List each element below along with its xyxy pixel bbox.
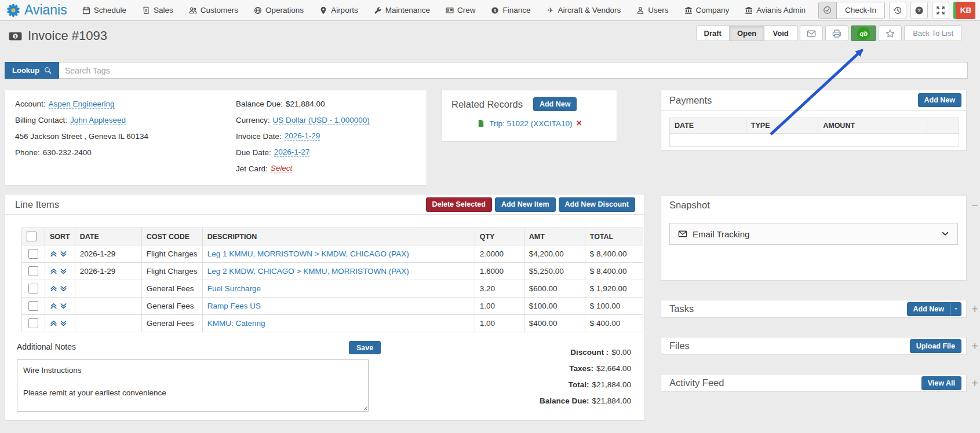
nav-item-schedule[interactable]: Schedule xyxy=(82,6,126,14)
row-checkbox[interactable] xyxy=(28,284,38,293)
line-item-description-link[interactable]: Fuel Surcharge xyxy=(207,284,261,293)
nav-item-finance[interactable]: $Finance xyxy=(491,6,530,14)
avatar-initials: KB xyxy=(956,2,975,19)
payments-add-new-button[interactable]: Add New xyxy=(918,93,961,107)
add-new-item-button[interactable]: Add New Item xyxy=(495,197,556,212)
tasks-panel: Tasks Add New xyxy=(661,300,967,318)
sort-up-icon[interactable] xyxy=(50,320,57,327)
totals-value: $2,664.00 xyxy=(596,364,631,373)
row-checkbox[interactable] xyxy=(28,318,38,328)
nav-item-company[interactable]: Company xyxy=(684,6,730,14)
related-records-title: Related Records xyxy=(451,99,523,110)
additional-notes-input[interactable]: Wire Instructions Please remit at your e… xyxy=(17,359,369,412)
nav-item-users[interactable]: Users xyxy=(636,6,668,14)
nav-item-crew[interactable]: Crew xyxy=(446,6,476,14)
nav-item-aircraft-vendors[interactable]: ✈Aircraft & Vendors xyxy=(547,6,621,14)
nav-item-maintenance[interactable]: Maintenance xyxy=(374,6,430,14)
status-button-draft[interactable]: Draft xyxy=(696,25,730,41)
snapshot-collapse-button[interactable]: − xyxy=(969,200,980,211)
payments-column-header xyxy=(927,118,959,134)
info-value-link[interactable]: Select xyxy=(271,164,293,173)
info-value-link[interactable]: 2026-1-27 xyxy=(274,148,310,157)
chevron-down-icon xyxy=(941,230,949,238)
related-record-link[interactable]: Trip: 51022 (XXCITA10) xyxy=(489,119,572,128)
line-item-row: General FeesFuel Surcharge3.20$600.00$ 1… xyxy=(22,280,643,298)
sort-down-icon[interactable] xyxy=(60,302,67,310)
info-row: 456 Jackson Street , Geneva IL 60134 xyxy=(15,129,148,145)
cell-qty: 1.00 xyxy=(475,298,524,315)
sort-up-icon[interactable] xyxy=(50,285,57,292)
nav-item-avianis-admin[interactable]: Avianis Admin xyxy=(745,6,806,14)
row-checkbox[interactable] xyxy=(28,249,38,259)
nav-item-airports[interactable]: Airports xyxy=(319,6,358,14)
add-new-discount-button[interactable]: Add New Discount xyxy=(559,197,635,212)
tasks-expand-button[interactable]: + xyxy=(969,303,980,315)
row-checkbox[interactable] xyxy=(28,301,38,311)
remove-record-button[interactable]: × xyxy=(576,119,581,128)
tasks-add-new-button[interactable]: Add New xyxy=(907,302,961,316)
nav-item-customers[interactable]: Customers xyxy=(189,6,238,14)
email-invoice-button[interactable] xyxy=(800,25,823,41)
nav-item-operations[interactable]: Operations xyxy=(254,6,304,14)
status-button-open[interactable]: Open xyxy=(729,25,764,41)
favorite-button[interactable] xyxy=(879,25,902,41)
check-in-status-button[interactable] xyxy=(819,2,837,19)
user-avatar[interactable]: KB xyxy=(953,2,975,19)
status-button-void[interactable]: Void xyxy=(764,25,797,41)
select-all-checkbox[interactable] xyxy=(27,232,37,241)
activity-expand-button[interactable]: + xyxy=(969,377,980,389)
help-button[interactable]: ? xyxy=(910,2,928,19)
fullscreen-button[interactable] xyxy=(932,2,949,19)
cell-amt: $5,250.00 xyxy=(524,263,585,280)
payments-empty-body xyxy=(670,134,959,147)
totals-label: Discount : xyxy=(570,348,609,357)
lookup-button[interactable]: Lookup xyxy=(5,62,59,79)
view-all-button[interactable]: View All xyxy=(921,376,961,390)
caret-down-icon[interactable] xyxy=(950,303,961,315)
bank-icon xyxy=(684,6,693,14)
cell-qty: 3.20 xyxy=(475,280,524,298)
line-items-column-header: DESCRIPTION xyxy=(202,228,475,245)
line-items-buttons: Delete Selected Add New Item Add New Dis… xyxy=(426,197,636,212)
line-item-description-link[interactable]: Ramp Fees US xyxy=(207,302,261,310)
cell-description: Leg 1 KMMU, MORRISTOWN > KMDW, CHICAGO (… xyxy=(202,245,475,263)
info-value-link[interactable]: 2026-1-29 xyxy=(285,131,320,141)
cell-description: Fuel Surcharge xyxy=(202,280,475,298)
delete-selected-button[interactable]: Delete Selected xyxy=(426,197,492,212)
print-invoice-button[interactable] xyxy=(825,25,848,41)
search-tags-input[interactable] xyxy=(59,62,968,79)
sort-down-icon[interactable] xyxy=(60,320,67,327)
totals-row: Discount :$0.00 xyxy=(434,344,631,360)
avianis-logo-icon xyxy=(6,3,21,18)
line-items-column-header: DATE xyxy=(75,228,141,245)
files-expand-button[interactable]: + xyxy=(969,340,980,352)
brand-logo[interactable]: Avianis xyxy=(0,2,67,18)
sort-down-icon[interactable] xyxy=(60,285,67,292)
check-in-button[interactable]: Check-In xyxy=(837,2,884,19)
sort-up-icon[interactable] xyxy=(50,250,57,258)
nav-item-label: Schedule xyxy=(94,6,126,14)
sort-down-icon[interactable] xyxy=(60,250,67,258)
sort-up-icon[interactable] xyxy=(50,267,57,275)
brand-name: Avianis xyxy=(24,2,67,18)
info-value-link[interactable]: Aspen Engineering xyxy=(49,100,115,109)
sort-up-icon[interactable] xyxy=(50,302,57,310)
save-notes-button[interactable]: Save xyxy=(349,341,381,354)
nav-item-label: Airports xyxy=(331,6,358,14)
info-value-link[interactable]: John Appleseed xyxy=(70,116,126,125)
line-item-description-link[interactable]: KMMU: Catering xyxy=(207,319,265,328)
row-checkbox[interactable] xyxy=(28,266,38,276)
svg-text:$: $ xyxy=(145,8,147,12)
upload-file-button[interactable]: Upload File xyxy=(910,339,961,353)
email-tracking-accordion[interactable]: Email Tracking xyxy=(669,223,958,245)
quickbooks-sync-button[interactable]: qb xyxy=(851,25,876,41)
nav-item-sales[interactable]: $Sales xyxy=(142,6,173,14)
sort-down-icon[interactable] xyxy=(60,267,67,275)
lookup-bar: Lookup xyxy=(5,62,968,79)
back-to-list-button[interactable]: Back To List xyxy=(904,25,962,41)
related-add-new-button[interactable]: Add New xyxy=(533,97,577,111)
history-button[interactable] xyxy=(889,2,906,19)
info-value-link[interactable]: US Dollar (USD - 1.000000) xyxy=(273,116,370,125)
line-item-description-link[interactable]: Leg 2 KMDW, CHICAGO > KMMU, MORRISTOWN (… xyxy=(207,267,409,276)
line-item-description-link[interactable]: Leg 1 KMMU, MORRISTOWN > KMDW, CHICAGO (… xyxy=(207,249,409,258)
